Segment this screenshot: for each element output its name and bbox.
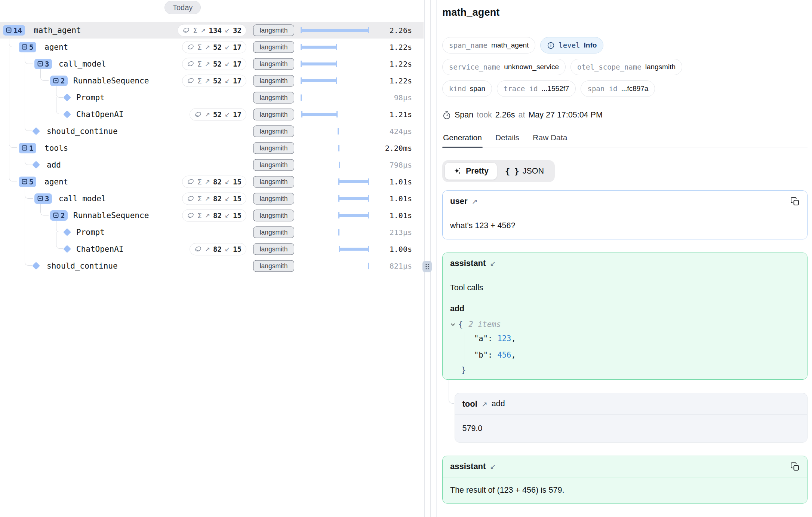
copy-icon [790, 197, 800, 206]
leaf-diamond-icon [32, 262, 40, 270]
tokens-out-arrow-icon: ↙ [225, 43, 230, 51]
span-name[interactable]: Prompt [76, 93, 105, 102]
waterfall-track [301, 207, 369, 224]
duration-label: 1.22s [390, 59, 412, 68]
date-chip[interactable]: Today [164, 1, 201, 14]
trace-row-add[interactable]: add langsmith 798µs [0, 156, 424, 173]
collapse-badge[interactable]: 14 [3, 25, 25, 36]
integration-badge: langsmith [253, 41, 294, 53]
duration-label: 1.22s [390, 76, 412, 85]
pretty-view-button[interactable]: Pretty [445, 163, 497, 180]
span-name[interactable]: Prompt [76, 228, 105, 237]
duration-label: 424µs [390, 127, 412, 136]
token-usage-badge: ↗82 ↙15 [190, 243, 246, 255]
collapse-badge[interactable]: 3 [34, 59, 52, 69]
leaf-diamond-icon [32, 161, 40, 169]
connector-elbow-line [449, 379, 454, 404]
duration-label: 98µs [394, 93, 412, 102]
waterfall-track [301, 224, 369, 241]
integration-badge: langsmith [253, 159, 294, 171]
tokens-in-arrow-icon: ↗ [205, 77, 210, 85]
collapse-minus-icon [6, 27, 12, 33]
leaf-diamond-icon [63, 228, 71, 236]
trace-row-runnable-sequence-2[interactable]: 2 RunnableSequence Σ ↗82 ↙15 langsmith 1… [0, 207, 424, 224]
span-name[interactable]: should_continue [47, 261, 118, 270]
span-name[interactable]: should_continue [47, 127, 118, 136]
span-name[interactable]: RunnableSequence [73, 76, 149, 85]
span-name[interactable]: call_model [59, 194, 106, 203]
integration-badge: langsmith [253, 176, 294, 187]
duration-bar [301, 79, 337, 82]
duration-bar [338, 128, 339, 134]
collapse-minus-icon [37, 196, 43, 201]
leaf-diamond-icon [63, 110, 71, 118]
tool-call-name: add [450, 304, 800, 313]
outbound-arrow-icon: ↗ [482, 400, 487, 408]
collapse-badge[interactable]: 3 [34, 193, 52, 204]
tool-args-json-tree: { 2 items "a": 123 , "b": 456 , } [450, 318, 800, 377]
span-name[interactable]: math_agent [34, 26, 81, 35]
trace-row-prompt[interactable]: Prompt langsmith 98µs [0, 89, 424, 106]
span-name[interactable]: call_model [59, 59, 106, 68]
span-name[interactable]: ChatOpenAI [76, 245, 123, 254]
span-name[interactable]: add [47, 160, 61, 169]
tab-raw-data[interactable]: Raw Data [532, 133, 568, 147]
trace-row-call-model[interactable]: 3 call_model Σ ↗52 ↙17 langsmith 1.22s [0, 55, 424, 72]
token-coin-icon [187, 212, 194, 219]
tab-generation[interactable]: Generation [442, 133, 483, 147]
json-key-value: "a": 123 , [450, 330, 800, 347]
trace-row-should-continue-2[interactable]: should_continue langsmith 821µs [0, 257, 424, 274]
token-coin-icon [182, 27, 190, 34]
trace-row-agent[interactable]: 5 agent Σ ↗52 ↙17 langsmith 1.22s [0, 39, 424, 55]
collapse-badge[interactable]: 5 [19, 177, 36, 187]
copy-button[interactable] [790, 462, 800, 471]
collapse-badge[interactable]: 1 [19, 143, 36, 153]
trace-row-agent-2[interactable]: 5 agent Σ ↗82 ↙15 langsmith 1.01s [0, 173, 424, 190]
trace-row-chatopenai[interactable]: ChatOpenAI ↗52 ↙17 langsmith 1.21s [0, 106, 424, 123]
integration-badge: langsmith [253, 226, 294, 238]
tokens-out-arrow-icon: ↙ [225, 245, 230, 253]
span-name[interactable]: agent [44, 177, 68, 186]
json-view-button[interactable]: { } JSON [497, 163, 552, 180]
integration-badge: langsmith [253, 193, 294, 204]
copy-button[interactable] [790, 196, 800, 206]
collapse-minus-icon [22, 145, 27, 151]
tab-details[interactable]: Details [495, 133, 520, 147]
trace-row-call-model-2[interactable]: 3 call_model Σ ↗82 ↙15 langsmith 1.01s [0, 190, 424, 207]
waterfall-track [301, 89, 369, 106]
trace-row-math-agent[interactable]: 14 math_agent Σ ↗134 ↙32 langsmith 2.26s [0, 22, 424, 39]
trace-row-runnable-sequence[interactable]: 2 RunnableSequence Σ ↗52 ↙17 langsmith 1… [0, 72, 424, 89]
token-coin-icon [187, 178, 194, 186]
collapse-minus-icon [22, 44, 27, 50]
token-coin-icon [194, 245, 202, 253]
trace-row-tools[interactable]: 1 tools langsmith 2.20ms [0, 140, 424, 156]
trace-row-prompt-2[interactable]: Prompt langsmith 213µs [0, 224, 424, 241]
duration-bar [301, 46, 337, 49]
attribute-pill-trace-id: trace_id ...1552f7 [497, 80, 576, 97]
span-name[interactable]: ChatOpenAI [76, 110, 123, 119]
copy-icon [790, 462, 800, 471]
message-content: what's 123 + 456? [443, 212, 807, 239]
splitter-drag-handle[interactable] [422, 261, 432, 272]
collapse-badge[interactable]: 2 [50, 210, 68, 221]
attribute-pill-span-name: span_name math_agent [442, 37, 535, 53]
span-name[interactable]: agent [44, 43, 68, 52]
outbound-arrow-icon: ↗ [471, 197, 477, 205]
span-timing-line: Span took 2.26s at May 27 17:05:04 PM [442, 110, 808, 120]
tokens-out-arrow-icon: ↙ [225, 111, 230, 118]
span-name[interactable]: RunnableSequence [73, 211, 149, 220]
span-name[interactable]: tools [44, 144, 68, 153]
attribute-pill-otel-scope-name: otel_scope_name langsmith [570, 59, 682, 75]
collapse-badge[interactable]: 5 [19, 42, 36, 52]
tokens-in-arrow-icon: ↗ [205, 178, 210, 186]
collapse-badge[interactable]: 2 [50, 76, 68, 86]
integration-badge: langsmith [253, 24, 294, 36]
waterfall-track [301, 106, 369, 123]
trace-row-should-continue[interactable]: should_continue langsmith 424µs [0, 123, 424, 140]
chevron-down-icon[interactable] [450, 322, 456, 327]
json-indent-guide [464, 331, 464, 379]
trace-row-chatopenai-2[interactable]: ChatOpenAI ↗82 ↙15 langsmith 1.00s [0, 241, 424, 257]
tokens-out-arrow-icon: ↙ [225, 77, 230, 85]
integration-badge: langsmith [253, 92, 294, 103]
message-card-tool-result: tool ↗ add 579.0 [455, 393, 808, 443]
